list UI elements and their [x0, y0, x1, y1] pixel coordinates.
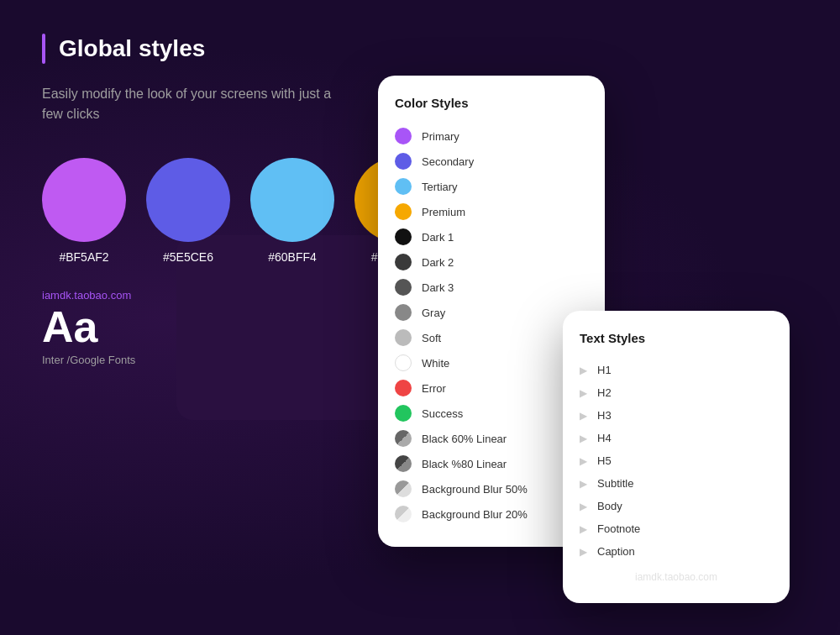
color-row-secondary: Secondary — [395, 149, 588, 174]
color-dot-gray — [395, 304, 412, 321]
color-name-error: Error — [422, 382, 446, 395]
chevron-h2: ▶ — [580, 387, 587, 399]
color-dot-white — [395, 354, 412, 371]
color-dot-error — [395, 380, 412, 396]
color-row-error: Error — [395, 375, 588, 401]
swatch-label-secondary: #5E5CE6 — [163, 250, 213, 264]
color-dot-tertiary — [395, 178, 412, 195]
color-name-premium: Premium — [422, 206, 465, 218]
color-row-white: White — [395, 350, 588, 375]
color-dot-secondary — [395, 153, 412, 170]
color-name-white: White — [422, 357, 449, 370]
color-panel-title: Color Styles — [395, 96, 588, 110]
color-name-soft: Soft — [422, 332, 441, 344]
color-dot-success — [395, 405, 412, 422]
text-row-h1: ▶ H1 — [580, 359, 773, 381]
text-label-caption: Caption — [597, 545, 635, 558]
chevron-subtitle: ▶ — [580, 478, 587, 490]
text-row-body: ▶ Body — [580, 495, 773, 517]
color-name-dark3: Dark 3 — [422, 281, 454, 294]
watermark-text-panel: iamdk.taobao.com — [580, 571, 773, 583]
text-label-h4: H4 — [597, 432, 612, 444]
color-name-dark2: Dark 2 — [422, 256, 454, 269]
color-row-soft: Soft — [395, 325, 588, 350]
color-name-dark1: Dark 1 — [422, 231, 454, 244]
swatch-primary: #BF5AF2 — [42, 158, 126, 264]
color-name-black60: Black 60% Linear — [422, 433, 507, 445]
color-row-tertiary: Tertiary — [395, 174, 588, 199]
page-title: Global styles — [59, 35, 205, 62]
color-row-blur50: Background Blur 50% — [395, 476, 588, 501]
color-row-success: Success — [395, 401, 588, 426]
color-row-dark1: Dark 1 — [395, 224, 588, 249]
color-row-dark3: Dark 3 — [395, 275, 588, 300]
chevron-h5: ▶ — [580, 455, 587, 467]
chevron-caption: ▶ — [580, 546, 587, 558]
color-dot-black60 — [395, 430, 412, 447]
color-dot-dark1 — [395, 228, 412, 245]
color-row-dark2: Dark 2 — [395, 249, 588, 275]
color-name-secondary: Secondary — [422, 155, 474, 168]
color-dot-primary — [395, 128, 412, 144]
color-dot-blur20 — [395, 506, 412, 522]
purple-accent-bar — [42, 34, 45, 64]
chevron-h4: ▶ — [580, 433, 587, 444]
color-name-primary: Primary — [422, 130, 459, 143]
chevron-h3: ▶ — [580, 410, 587, 422]
color-row-black80: Black %80 Linear — [395, 451, 588, 476]
text-row-h3: ▶ H3 — [580, 404, 773, 427]
swatch-tertiary: #60BFF4 — [250, 158, 334, 264]
text-styles-panel: Text Styles ▶ H1 ▶ H2 ▶ H3 ▶ H4 ▶ H5 ▶ S… — [563, 311, 790, 603]
swatch-circle-tertiary — [250, 158, 334, 242]
chevron-h1: ▶ — [580, 365, 587, 376]
text-panel-title: Text Styles — [580, 331, 773, 345]
text-label-h1: H1 — [597, 364, 612, 376]
text-row-h4: ▶ H4 — [580, 427, 773, 449]
color-row-primary: Primary — [395, 123, 588, 149]
color-dot-soft — [395, 329, 412, 346]
color-name-tertiary: Tertiary — [422, 181, 458, 193]
color-dot-black80 — [395, 455, 412, 472]
chevron-footnote: ▶ — [580, 523, 587, 535]
swatch-circle-secondary — [146, 158, 230, 242]
text-row-h5: ▶ H5 — [580, 449, 773, 472]
color-name-success: Success — [422, 407, 463, 420]
text-label-body: Body — [597, 500, 622, 512]
header: Global styles — [42, 34, 798, 64]
text-row-h2: ▶ H2 — [580, 381, 773, 404]
color-row-black60: Black 60% Linear — [395, 426, 588, 451]
swatch-label-tertiary: #60BFF4 — [268, 250, 317, 264]
text-label-footnote: Footnote — [597, 522, 640, 535]
color-name-black80: Black %80 Linear — [422, 458, 507, 470]
color-row-premium: Premium — [395, 199, 588, 224]
page-subtitle: Easily modify the look of your screens w… — [42, 84, 344, 124]
color-row-gray: Gray — [395, 300, 588, 325]
text-row-caption: ▶ Caption — [580, 540, 773, 563]
color-dot-blur50 — [395, 480, 412, 497]
color-dot-dark2 — [395, 254, 412, 270]
text-label-h2: H2 — [597, 386, 612, 399]
color-name-blur50: Background Blur 50% — [422, 483, 528, 496]
color-name-gray: Gray — [422, 307, 445, 319]
text-row-subtitle: ▶ Subtitle — [580, 472, 773, 495]
text-row-footnote: ▶ Footnote — [580, 517, 773, 540]
swatch-label-primary: #BF5AF2 — [59, 250, 108, 264]
text-label-h5: H5 — [597, 454, 612, 467]
color-dot-premium — [395, 203, 412, 220]
text-label-h3: H3 — [597, 409, 612, 422]
color-dot-dark3 — [395, 279, 412, 296]
text-label-subtitle: Subtitle — [597, 477, 633, 490]
swatch-secondary: #5E5CE6 — [146, 158, 230, 264]
color-row-blur20: Background Blur 20% — [395, 501, 588, 527]
color-name-blur20: Background Blur 20% — [422, 508, 528, 521]
swatch-circle-primary — [42, 158, 126, 242]
chevron-body: ▶ — [580, 501, 587, 512]
